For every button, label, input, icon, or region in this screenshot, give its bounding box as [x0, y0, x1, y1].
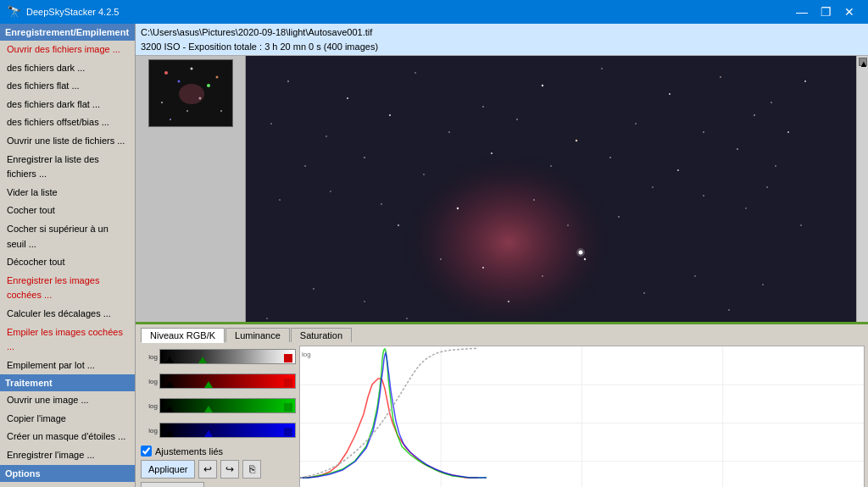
slider-thumb-red-max[interactable]	[284, 379, 292, 387]
main-image[interactable]	[246, 56, 856, 322]
svg-point-7	[186, 110, 188, 112]
svg-point-23	[270, 123, 272, 125]
svg-point-59	[745, 208, 747, 209]
svg-point-58	[703, 195, 704, 196]
adjustments-linked-checkbox[interactable]	[141, 445, 152, 457]
sidebar-item-save-checked[interactable]: Enregistrer les images cochées ...	[0, 272, 135, 305]
svg-point-18	[601, 68, 603, 69]
main-layout: Enregistrement/Empilement Ouvrir des fic…	[0, 24, 868, 487]
sidebar-item-copy-image[interactable]: Copier l'image	[0, 410, 135, 429]
svg-point-38	[609, 157, 611, 158]
minimize-button[interactable]: —	[790, 0, 814, 24]
reset-button[interactable]: Réinitialiser	[141, 482, 204, 487]
slider-label-rgb: log	[139, 353, 158, 361]
svg-point-61	[279, 199, 281, 201]
slider-label-green: log	[139, 402, 158, 410]
tab-saturation[interactable]: Saturation	[291, 328, 352, 342]
slider-thumb-blue-mid[interactable]	[204, 430, 213, 437]
scrollbar-thumb-up[interactable]: ▲	[859, 58, 867, 66]
svg-point-30	[703, 131, 704, 133]
svg-text:log: log	[302, 351, 311, 358]
histogram-panel: log	[299, 346, 865, 487]
sidebar-item-open-image[interactable]: Ouvrir une image ...	[0, 391, 135, 410]
sidebar-item-open-list[interactable]: Ouvrir une liste de fichiers ...	[0, 132, 135, 151]
slider-track-rgb[interactable]	[159, 349, 296, 364]
svg-point-60	[766, 186, 768, 188]
sliders-bottom: Ajustements liés Appliquer ↩ ↪ ⎘ Réiniti…	[139, 445, 296, 487]
slider-track-red[interactable]	[159, 374, 296, 389]
svg-point-11	[179, 84, 204, 104]
svg-point-70	[266, 318, 268, 319]
svg-point-66	[406, 318, 408, 319]
sidebar-item-flat-files[interactable]: des fichiers flat ...	[0, 77, 135, 96]
slider-thumb-rgb-black[interactable]	[165, 357, 174, 363]
sidebar-item-uncheck-all[interactable]: Décocher tout	[0, 253, 135, 272]
svg-point-34	[364, 157, 365, 158]
tab-luminance[interactable]: Luminance	[225, 328, 290, 342]
svg-point-47	[542, 275, 543, 277]
sidebar-item-dark-files[interactable]: des fichiers dark ...	[0, 59, 135, 78]
sidebar-item-bias-files[interactable]: des fichiers offset/bias ...	[0, 113, 135, 132]
slider-thumb-red-black[interactable]	[165, 381, 174, 388]
svg-point-24	[326, 136, 327, 137]
svg-point-9	[170, 119, 171, 120]
thumbnail[interactable]	[148, 59, 233, 127]
slider-thumb-blue-max[interactable]	[284, 428, 292, 436]
undo-button[interactable]: ↩	[198, 460, 217, 479]
buttons-row: Appliquer ↩ ↪ ⎘ Réinitialiser	[141, 460, 294, 487]
slider-thumb-green-max[interactable]	[284, 403, 292, 412]
sidebar-item-star-mask[interactable]: Créer un masque d'étoiles ...	[0, 428, 135, 446]
sidebar-item-save-image[interactable]: Enregistrer l'image ...	[0, 446, 135, 465]
svg-point-21	[771, 102, 772, 103]
svg-point-28	[576, 140, 577, 141]
sidebar-item-check-all[interactable]: Cocher tout	[0, 202, 135, 220]
svg-point-20	[720, 76, 721, 78]
svg-point-63	[694, 275, 696, 277]
sidebar-item-clear-list[interactable]: Vider la liste	[0, 184, 135, 202]
svg-point-35	[423, 174, 425, 175]
svg-point-69	[762, 284, 764, 285]
svg-point-52	[618, 216, 620, 218]
sidebar-item-params[interactable]: Paramètres...	[0, 482, 135, 487]
slider-label-red: log	[139, 378, 158, 385]
svg-point-62	[643, 292, 645, 294]
svg-point-4	[207, 84, 210, 87]
svg-point-10	[220, 110, 222, 112]
slider-track-green[interactable]	[159, 398, 296, 413]
slider-thumb-blue-black[interactable]	[165, 430, 174, 437]
copy-button[interactable]: ⎘	[242, 460, 261, 479]
sidebar-item-batch-stack[interactable]: Empilement par lot ...	[0, 357, 135, 375]
apply-button[interactable]: Appliquer	[141, 460, 195, 479]
maximize-button[interactable]: ❐	[814, 0, 837, 24]
sidebar-item-open-images[interactable]: Ouvrir des fichiers image ...	[0, 41, 135, 59]
redo-button[interactable]: ↪	[220, 460, 239, 479]
sidebar-item-save-list[interactable]: Enregistrer la liste des fichiers ...	[0, 151, 135, 184]
svg-point-41	[775, 165, 776, 167]
sidebar: Enregistrement/Empilement Ouvrir des fic…	[0, 24, 136, 487]
vertical-scrollbar[interactable]: ▲	[856, 56, 868, 322]
tabs-bar: Niveaux RGB/K Luminance Saturation	[136, 324, 868, 342]
svg-point-25	[389, 114, 391, 116]
sidebar-item-darkflat-files[interactable]: des fichiers dark flat ...	[0, 96, 135, 114]
slider-thumb-rgb-max[interactable]	[284, 354, 292, 362]
slider-thumb-red-mid[interactable]	[204, 381, 213, 388]
app-icon: 🔭	[7, 5, 21, 19]
titlebar-left: 🔭 DeepSkyStacker 4.2.5	[7, 5, 119, 19]
svg-point-15	[415, 72, 416, 74]
svg-point-40	[737, 148, 738, 150]
close-button[interactable]: ✕	[837, 0, 861, 24]
slider-row-blue: log	[139, 419, 296, 441]
slider-thumb-green-mid[interactable]	[204, 406, 213, 412]
processing-panel: Niveaux RGB/K Luminance Saturation log	[136, 322, 868, 487]
svg-point-50	[440, 258, 442, 260]
slider-thumb-rgb-mid[interactable]	[198, 357, 207, 363]
tab-niveaux-rgb[interactable]: Niveaux RGB/K	[141, 328, 225, 343]
slider-track-blue[interactable]	[159, 423, 296, 438]
sidebar-item-calc-offsets[interactable]: Calculer les décalages ...	[0, 305, 135, 324]
svg-point-13	[287, 80, 289, 82]
svg-point-17	[542, 85, 543, 86]
svg-point-71	[800, 224, 802, 226]
sidebar-item-stack-checked[interactable]: Empiler les images cochées ...	[0, 324, 135, 357]
sidebar-item-check-threshold[interactable]: Cocher si supérieur à un seuil ...	[0, 220, 135, 253]
slider-thumb-green-black[interactable]	[165, 406, 174, 412]
